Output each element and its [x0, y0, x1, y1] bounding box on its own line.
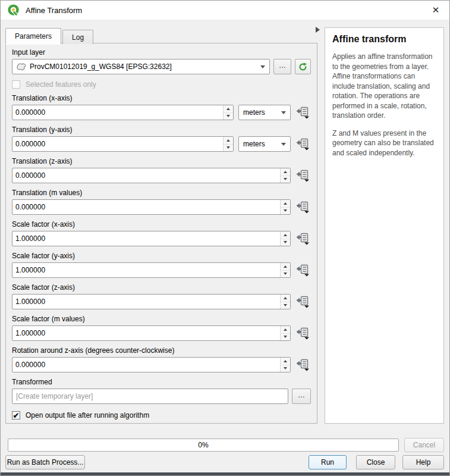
open-output-label: Open output file after running algorithm [26, 411, 149, 419]
transformed-label: Transformed [12, 378, 311, 387]
rotation-z-input[interactable] [12, 358, 280, 372]
spin-buttons[interactable] [280, 200, 290, 214]
spin-down-icon [284, 367, 287, 369]
data-defined-override-button[interactable] [295, 168, 311, 183]
spin-up-icon [284, 360, 287, 362]
scale-z-label: Scale factor (z-axis) [12, 283, 311, 292]
translation-z-label: Translation (z-axis) [12, 157, 311, 166]
data-defined-override-icon [296, 327, 310, 340]
help-panel-collapse-handle[interactable] [316, 27, 320, 33]
data-defined-override-button[interactable] [295, 137, 311, 151]
selected-features-checkbox[interactable] [12, 80, 20, 89]
input-layer-browse-button[interactable]: … [273, 59, 291, 74]
data-defined-override-icon [296, 264, 310, 277]
selected-features-checkbox-row: Selected features only [12, 80, 311, 89]
translation-x-unit-combo[interactable]: meters [238, 105, 291, 120]
translation-y-unit-combo[interactable]: meters [238, 136, 291, 152]
tab-bar: Parameters Log [5, 28, 95, 44]
data-defined-override-button[interactable] [295, 326, 311, 340]
spin-buttons[interactable] [223, 137, 233, 151]
data-defined-override-button[interactable] [295, 263, 311, 277]
translation-z-spinbox[interactable] [12, 168, 291, 183]
translation-x-spinbox[interactable] [12, 105, 234, 120]
spin-buttons[interactable] [280, 231, 290, 246]
translation-x-label: Translation (x-axis) [12, 94, 311, 103]
translation-y-spinbox[interactable] [12, 136, 234, 152]
scale-z-input[interactable] [12, 295, 280, 309]
spin-buttons[interactable] [280, 168, 290, 183]
window-close-button[interactable]: ✕ [422, 1, 449, 20]
transformed-browse-button[interactable]: … [292, 389, 311, 404]
spin-buttons[interactable] [280, 263, 290, 277]
spin-down-icon [284, 304, 287, 306]
open-output-checkbox-row: ✔ Open output file after running algorit… [12, 411, 311, 419]
cancel-button: Cancel [404, 438, 444, 452]
scale-m-label: Scale factor (m values) [12, 315, 311, 324]
help-paragraph: Z and M values present in the geometry c… [332, 129, 436, 158]
spin-up-icon [284, 265, 287, 268]
scale-y-input[interactable] [12, 263, 280, 277]
spin-up-icon [284, 328, 287, 331]
help-paragraph: Applies an affine transformation to the … [332, 52, 436, 121]
input-layer-label: Input layer [12, 48, 311, 57]
translation-m-input[interactable] [12, 200, 280, 214]
scale-x-input[interactable] [12, 231, 280, 246]
spin-down-icon [284, 241, 287, 243]
spin-down-icon [226, 146, 230, 149]
scale-y-spinbox[interactable] [12, 262, 291, 278]
qgis-logo-icon [7, 4, 20, 17]
spin-down-icon [284, 273, 287, 275]
help-button[interactable]: Help [402, 455, 444, 469]
data-defined-override-button[interactable] [295, 200, 311, 214]
data-defined-override-button[interactable] [295, 231, 311, 246]
spin-buttons[interactable] [280, 358, 290, 372]
parameters-pane: Input layer ProvCM01012019_g_WGS84 [EPSG… [5, 43, 317, 424]
open-output-checkbox[interactable]: ✔ [12, 411, 20, 419]
polygon-layer-icon [16, 63, 27, 71]
spin-up-icon [226, 108, 230, 110]
translation-y-label: Translation (y-axis) [12, 126, 311, 134]
spin-down-icon [284, 209, 287, 212]
data-defined-override-button[interactable] [295, 105, 311, 120]
scale-m-input[interactable] [12, 326, 280, 340]
run-as-batch-button[interactable]: Run as Batch Process... [5, 455, 85, 469]
affine-transform-dialog: Affine Transform ✕ Parameters Log Input … [0, 0, 450, 476]
run-button[interactable]: Run [309, 455, 347, 469]
spin-down-icon [284, 178, 287, 180]
data-defined-override-icon [296, 233, 310, 245]
scale-m-spinbox[interactable] [12, 325, 291, 341]
rotation-z-spinbox[interactable] [12, 357, 291, 372]
spin-buttons[interactable] [280, 326, 290, 340]
tab-log[interactable]: Log [62, 30, 93, 44]
translation-m-spinbox[interactable] [12, 199, 291, 215]
data-defined-override-button[interactable] [295, 358, 311, 372]
data-defined-override-icon [296, 296, 310, 308]
unit-value: meters [243, 108, 265, 117]
help-title: Affine transform [332, 34, 436, 45]
spin-buttons[interactable] [223, 105, 233, 120]
input-layer-value: ProvCM01012019_g_WGS84 [EPSG:32632] [30, 62, 172, 71]
translation-m-label: Translation (m values) [12, 189, 311, 198]
data-defined-override-icon [296, 170, 310, 182]
translation-x-input[interactable] [12, 105, 223, 120]
translation-z-input[interactable] [12, 168, 280, 183]
transformed-output-input[interactable] [12, 389, 288, 404]
spin-buttons[interactable] [280, 295, 290, 309]
data-defined-override-button[interactable] [295, 295, 311, 309]
scale-z-spinbox[interactable] [12, 294, 291, 309]
tab-parameters[interactable]: Parameters [5, 28, 61, 44]
spin-down-icon [226, 115, 230, 117]
progress-bar: 0% [8, 439, 399, 452]
translation-y-input[interactable] [12, 137, 223, 151]
scale-x-spinbox[interactable] [12, 231, 291, 246]
data-defined-override-icon [296, 138, 310, 151]
window-bottom-edge [1, 472, 449, 475]
scale-y-label: Scale factor (y-axis) [12, 252, 311, 261]
input-layer-combo[interactable]: ProvCM01012019_g_WGS84 [EPSG:32632] [12, 59, 270, 74]
selected-features-label: Selected features only [26, 80, 96, 89]
scale-x-label: Scale factor (x-axis) [12, 220, 311, 229]
spin-down-icon [284, 336, 287, 338]
iterate-over-layer-button[interactable] [295, 59, 311, 74]
close-button[interactable]: Close [356, 455, 395, 469]
spin-up-icon [284, 234, 287, 236]
